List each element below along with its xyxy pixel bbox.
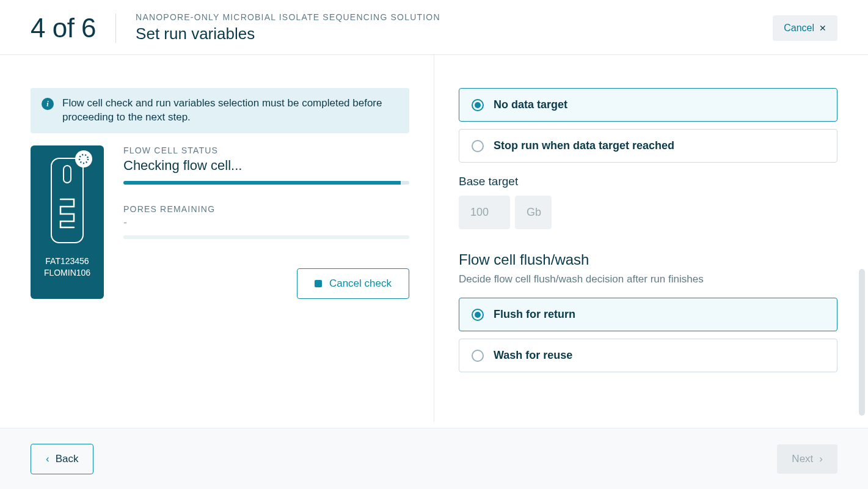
pores-remaining-bar [123,235,409,239]
stop-icon [315,280,322,287]
info-icon: i [42,98,54,110]
flow-cell-status-progress [123,181,409,185]
header-divider [115,13,116,43]
base-target-unit[interactable]: Gb [515,196,552,229]
scrollbar[interactable] [859,269,865,416]
step-counter: 4 of 6 [31,13,96,43]
radio-icon [472,350,484,362]
spinner-icon [75,150,92,167]
pores-remaining-value: - [123,216,409,229]
base-target-field: 100 Gb [459,196,837,229]
radio-icon [472,99,484,111]
flow-cell-type: FLOMIN106 [37,267,98,279]
radio-wash-for-reuse[interactable]: Wash for reuse [459,339,837,372]
flow-cell-status-panel: FLOW CELL STATUS Checking flow cell... P… [123,145,409,299]
page-title: Set run variables [136,24,773,43]
cancel-button-label: Cancel [784,23,814,34]
cancel-check-label: Cancel check [329,278,392,290]
base-target-input[interactable]: 100 [459,196,510,229]
flow-cell-row: FAT123456 FLOMIN106 FLOW CELL STATUS Che… [31,145,409,299]
flow-cell-status-label: FLOW CELL STATUS [123,145,409,155]
cancel-button[interactable]: Cancel ✕ [773,15,837,41]
flow-cell-device-icon [51,158,84,243]
back-button[interactable]: ‹ Back [31,444,93,474]
pores-remaining-label: PORES REMAINING [123,204,409,214]
progress-bar-fill [123,181,401,185]
back-button-label: Back [56,453,79,465]
header-subtitle: NANOPORE-ONLY MICROBIAL ISOLATE SEQUENCI… [136,12,773,22]
close-icon: ✕ [819,23,826,33]
left-column: i Flow cell check and run variables sele… [31,55,434,422]
radio-label: No data target [494,98,567,111]
next-button-label: Next [792,453,813,465]
base-target-label: Base target [459,175,837,188]
chevron-right-icon: › [819,453,823,465]
info-banner-text: Flow cell check and run variables select… [62,97,398,125]
radio-no-data-target[interactable]: No data target [459,88,837,122]
radio-label: Flush for return [494,308,575,321]
header-titles: NANOPORE-ONLY MICROBIAL ISOLATE SEQUENCI… [136,12,773,43]
wizard-header: 4 of 6 NANOPORE-ONLY MICROBIAL ISOLATE S… [0,0,868,55]
radio-icon [472,140,484,152]
right-column: No data target Stop run when data target… [434,55,837,422]
next-button[interactable]: Next › [777,444,837,474]
flow-cell-status-value: Checking flow cell... [123,158,409,174]
cancel-check-button[interactable]: Cancel check [297,268,409,299]
wizard-footer: ‹ Back Next › [0,428,868,489]
flush-wash-title: Flow cell flush/wash [459,251,837,268]
radio-stop-when-target[interactable]: Stop run when data target reached [459,129,837,163]
flow-cell-id: FAT123456 [37,256,98,267]
radio-label: Wash for reuse [494,349,572,362]
radio-label: Stop run when data target reached [494,139,674,152]
info-banner: i Flow cell check and run variables sele… [31,88,409,133]
radio-flush-for-return[interactable]: Flush for return [459,298,837,331]
svg-point-0 [79,155,88,163]
flow-cell-card: FAT123456 FLOMIN106 [31,145,104,299]
chevron-left-icon: ‹ [46,453,49,465]
flush-wash-desc: Decide flow cell flush/wash decision aft… [459,273,837,285]
radio-icon [472,309,484,321]
main-content: i Flow cell check and run variables sele… [0,55,868,422]
